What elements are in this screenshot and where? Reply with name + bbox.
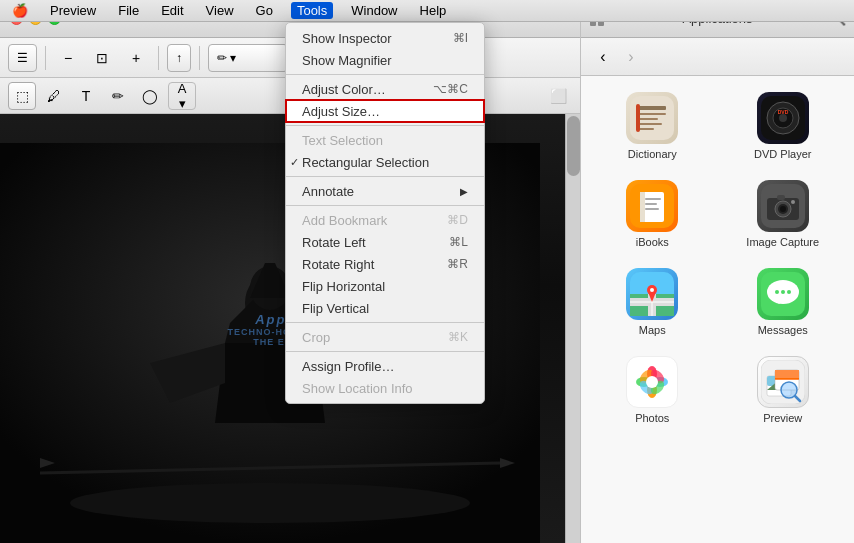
app-item-preview[interactable]: Preview [722, 350, 845, 430]
menu-item-adjust-size[interactable]: Adjust Size… [286, 100, 484, 122]
menu-item-flip-horizontal[interactable]: Flip Horizontal [286, 275, 484, 297]
menu-item-show-location-info[interactable]: Show Location Info [286, 377, 484, 399]
svg-point-54 [775, 290, 779, 294]
show-magnifier-label: Show Magnifier [302, 53, 392, 68]
app-item-dvd-player[interactable]: DVD DVD Player [722, 86, 845, 166]
app-item-dictionary[interactable]: Dictionary [591, 86, 714, 166]
svg-rect-33 [645, 208, 659, 210]
dvd-app-icon: DVD [761, 96, 805, 140]
preview-app-icon [757, 356, 809, 408]
separator-after-magnifier [286, 74, 484, 75]
adjust-color-label: Adjust Color… [302, 82, 386, 97]
apple-menu[interactable]: 🍎 [8, 3, 32, 18]
flip-vertical-label: Flip Vertical [302, 301, 369, 316]
dictionary-app-icon [630, 96, 674, 140]
svg-text:DVD: DVD [777, 109, 788, 115]
maps-label: Maps [639, 324, 666, 336]
back-btn[interactable]: ‹ [589, 43, 617, 71]
app-item-photos[interactable]: Photos [591, 350, 714, 430]
checkmark-icon: ✓ [290, 156, 299, 169]
app-grid: Dictionary DVD DVD Player [581, 76, 854, 440]
menu-item-assign-profile[interactable]: Assign Profile… [286, 355, 484, 377]
ibooks-icon [626, 180, 678, 232]
menu-preview[interactable]: Preview [46, 3, 100, 18]
text2-btn[interactable]: A ▾ [168, 82, 196, 110]
svg-point-56 [787, 290, 791, 294]
messages-label: Messages [758, 324, 808, 336]
messages-app-icon [761, 272, 805, 316]
svg-rect-22 [636, 104, 640, 132]
vertical-scrollbar[interactable] [565, 114, 580, 543]
text-btn[interactable]: T [72, 82, 100, 110]
menu-help[interactable]: Help [416, 3, 451, 18]
menu-item-annotate[interactable]: Annotate ▶ [286, 180, 484, 202]
menu-item-text-selection[interactable]: Text Selection [286, 129, 484, 151]
scrollbar-thumb[interactable] [567, 116, 580, 176]
add-bookmark-shortcut: ⌘D [447, 213, 468, 227]
zoom-out-btn[interactable]: − [54, 44, 82, 72]
svg-point-38 [780, 206, 786, 212]
menu-item-crop[interactable]: Crop ⌘K [286, 326, 484, 348]
menu-bar: 🍎 Preview File Edit View Go Tools Window… [0, 0, 854, 22]
menu-edit[interactable]: Edit [157, 3, 187, 18]
selection-btn[interactable]: ⬚ [8, 82, 36, 110]
svg-rect-21 [638, 128, 654, 130]
menu-item-flip-vertical[interactable]: Flip Vertical [286, 297, 484, 319]
svg-rect-31 [645, 198, 661, 200]
svg-point-26 [779, 114, 787, 122]
app-item-messages[interactable]: Messages [722, 262, 845, 342]
svg-point-50 [650, 288, 654, 292]
svg-point-40 [791, 200, 795, 204]
menu-item-rotate-right[interactable]: Rotate Right ⌘R [286, 253, 484, 275]
forward-btn[interactable]: › [617, 43, 645, 71]
svg-rect-19 [638, 118, 658, 120]
app-item-ibooks[interactable]: iBooks [591, 174, 714, 254]
menu-tools[interactable]: Tools [291, 2, 333, 19]
menu-go[interactable]: Go [252, 3, 277, 18]
shape-btn[interactable]: ◯ [136, 82, 164, 110]
menu-item-adjust-color[interactable]: Adjust Color… ⌥⌘C [286, 78, 484, 100]
separator-2 [158, 46, 159, 70]
svg-point-66 [646, 376, 658, 388]
rotate-right-label: Rotate Right [302, 257, 374, 272]
ibooks-label: iBooks [636, 236, 669, 248]
menu-file[interactable]: File [114, 3, 143, 18]
rectangular-selection-label: Rectangular Selection [302, 155, 429, 170]
menu-window[interactable]: Window [347, 3, 401, 18]
menu-item-rectangular-selection[interactable]: ✓ Rectangular Selection [286, 151, 484, 173]
separator-3 [199, 46, 200, 70]
show-inspector-label: Show Inspector [302, 31, 392, 46]
crop-label: Crop [302, 330, 330, 345]
svg-rect-39 [777, 195, 785, 200]
tools-dropdown-menu: Show Inspector ⌘I Show Magnifier Adjust … [285, 22, 485, 404]
menu-item-show-inspector[interactable]: Show Inspector ⌘I [286, 27, 484, 49]
zoom-fit-btn[interactable]: ⊡ [88, 44, 116, 72]
svg-rect-73 [775, 378, 799, 379]
dictionary-label: Dictionary [628, 148, 677, 160]
app-item-maps[interactable]: Maps [591, 262, 714, 342]
sidebar-toggle-btn[interactable]: ☰ [8, 44, 37, 72]
ibooks-app-icon [630, 184, 674, 228]
zoom-in-btn[interactable]: + [122, 44, 150, 72]
add-bookmark-label: Add Bookmark [302, 213, 387, 228]
pencil-btn[interactable]: ✏ [104, 82, 132, 110]
adjust-color-shortcut: ⌥⌘C [433, 82, 468, 96]
svg-rect-17 [638, 106, 666, 110]
svg-rect-30 [640, 192, 645, 222]
finder-toolbar: ‹ › [581, 38, 854, 76]
svg-rect-32 [645, 203, 657, 205]
show-location-info-label: Show Location Info [302, 381, 413, 396]
lasso-btn[interactable]: 🖊 [40, 82, 68, 110]
share-btn[interactable]: ↑ [167, 44, 191, 72]
maps-icon [626, 268, 678, 320]
dictionary-icon [626, 92, 678, 144]
annotate-btn[interactable]: ✏ ▾ [208, 44, 288, 72]
menu-item-add-bookmark[interactable]: Add Bookmark ⌘D [286, 209, 484, 231]
menu-item-rotate-left[interactable]: Rotate Left ⌘L [286, 231, 484, 253]
corner-btn[interactable]: ⬜ [544, 82, 572, 110]
image-capture-label: Image Capture [746, 236, 819, 248]
menu-item-show-magnifier[interactable]: Show Magnifier [286, 49, 484, 71]
app-item-image-capture[interactable]: Image Capture [722, 174, 845, 254]
flip-horizontal-label: Flip Horizontal [302, 279, 385, 294]
menu-view[interactable]: View [202, 3, 238, 18]
